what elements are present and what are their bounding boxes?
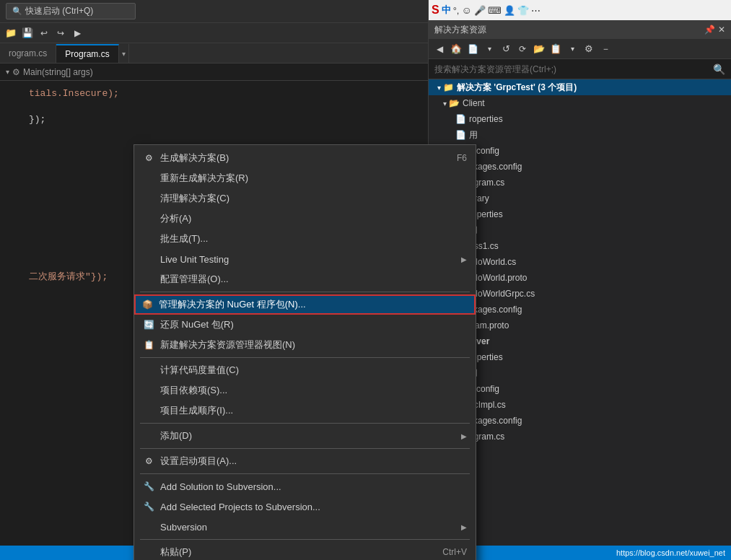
menu-item-project-build-order[interactable]: 项目生成顺序(I)... [134, 401, 476, 421]
quick-launch-box[interactable]: 🔍 快速启动 (Ctrl+Q) [6, 3, 136, 19]
helloworld-proto-label: elloWorld.proto [469, 273, 527, 283]
quick-launch-label: 快速启动 (Ctrl+Q) [25, 5, 93, 17]
menu-item-config-manager[interactable]: 配置管理器(O)... [134, 269, 476, 289]
ime-s-icon[interactable]: S [432, 4, 439, 17]
ime-shirt-icon[interactable]: 👕 [517, 5, 529, 16]
se-toolbar-settings[interactable]: ⚙ [581, 41, 597, 57]
menu-item-add[interactable]: 添加(D) ▶ [134, 426, 476, 446]
breadcrumb-icon: ⚙ [12, 67, 20, 77]
menu-item-subversion[interactable]: Subversion ▶ [134, 517, 476, 537]
ime-user-icon[interactable]: 👤 [504, 5, 515, 16]
menu-item-paste[interactable]: 粘贴(P) Ctrl+V [134, 542, 476, 560]
add-arrow: ▶ [461, 432, 467, 440]
menu-item-rebuild-solution[interactable]: 重新生成解决方案(R) [134, 168, 476, 188]
references-label: 用 [469, 129, 478, 141]
se-toolbar-sync[interactable]: ⟳ [515, 41, 530, 57]
se-toolbar-copy[interactable]: 📋 [548, 41, 564, 57]
code-content: tials.Insecure); [29, 88, 119, 99]
ime-keyboard-icon[interactable]: ⌨ [488, 5, 502, 16]
menu-item-add-to-subversion[interactable]: 🔧 Add Solution to Subversion... [134, 476, 476, 496]
client-icon: 📂 [448, 98, 460, 108]
set-startup-label: 设置启动项目(A)... [160, 455, 467, 468]
menu-item-calculate-metrics[interactable]: 计算代码度量值(C) [134, 360, 476, 380]
client-label: Client [463, 98, 485, 108]
search-icon: 🔍 [12, 6, 22, 16]
menu-item-add-selected-subversion[interactable]: 🔧 Add Selected Projects to Subversion... [134, 496, 476, 517]
menu-item-set-startup[interactable]: ⚙ 设置启动项目(A)... [134, 451, 476, 471]
tree-item-client[interactable]: ▾ 📂 Client [429, 95, 731, 111]
ime-mic-icon[interactable]: 🎤 [474, 5, 486, 16]
solution-label: 解决方案 'GrpcTest' (3 个项目) [457, 82, 577, 94]
menu-item-restore-nuget[interactable]: 🔄 还原 NuGet 包(R) [134, 315, 476, 335]
batch-build-label: 批生成(T)... [160, 232, 467, 245]
menu-item-nuget-manager[interactable]: 📦 管理解决方案的 NuGet 程序包(N)... [134, 294, 476, 315]
se-titlebar: 解决方案资源 📌 ✕ [429, 20, 731, 39]
tree-item-properties[interactable]: 📄 roperties [429, 111, 731, 127]
server-packages-label: ckages.config [469, 416, 522, 426]
restore-nuget-icon: 🔄 [143, 320, 154, 330]
menu-separator-5 [140, 473, 470, 474]
menu-item-batch-build[interactable]: 批生成(T)... [134, 229, 476, 249]
tree-item-references[interactable]: 📄 用 [429, 127, 731, 143]
ime-punctuation-icon[interactable]: °, [453, 5, 460, 16]
project-build-order-label: 项目生成顺序(I)... [160, 404, 467, 417]
toolbar-save-icon[interactable]: 💾 [19, 25, 35, 41]
menu-item-clean-solution[interactable]: 清理解决方案(C) [134, 188, 476, 209]
paste-label: 粘贴(P) [160, 546, 437, 559]
context-menu: ⚙ 生成解决方案(B) F6 重新生成解决方案(R) 清理解决方案(C) 分析(… [133, 144, 476, 560]
toolbar-redo-icon[interactable]: ↪ [53, 25, 69, 41]
se-toolbar-doc[interactable]: 📄 [465, 41, 481, 57]
build-solution-label: 生成解决方案(B) [160, 152, 451, 165]
references-icon: 📄 [455, 130, 466, 140]
tab-program-cs[interactable]: Program.cs [56, 44, 118, 63]
ime-more-icon[interactable]: ⋯ [531, 5, 540, 16]
se-search-input[interactable] [434, 64, 710, 74]
se-toolbar-refresh[interactable]: ↺ [498, 41, 514, 57]
se-title-controls: 📌 ✕ [704, 25, 725, 35]
se-close-button[interactable]: ✕ [718, 25, 725, 35]
tab-rogram[interactable]: rogram.cs [0, 44, 56, 63]
subversion-label: Subversion [160, 522, 455, 533]
se-toolbar-dropdown1[interactable]: ▾ [481, 41, 497, 57]
add-selected-subversion-icon: 🔧 [143, 502, 154, 512]
analyze-label: 分析(A) [160, 212, 467, 225]
se-search-icon[interactable]: 🔍 [713, 64, 725, 75]
packages-config-label: ckages.config [469, 162, 522, 172]
tree-item-solution-root[interactable]: ▾ 📁 解决方案 'GrpcTest' (3 个项目) [429, 79, 731, 95]
ime-zh-icon[interactable]: 中 [442, 4, 451, 17]
ime-emoji-icon[interactable]: ☺ [461, 4, 471, 16]
se-toolbar-minus[interactable]: － [598, 41, 613, 57]
tab-dropdown-button[interactable]: ▾ [119, 44, 129, 63]
menu-item-live-unit-testing[interactable]: Live Unit Testing ▶ [134, 249, 476, 269]
se-toolbar-dropdown2[interactable]: ▾ [564, 41, 580, 57]
toolbar-undo-icon[interactable]: ↩ [36, 25, 52, 41]
editor-toolbar: 📁 💾 ↩ ↪ ▶ [0, 23, 428, 43]
breadcrumb-path: Main(string[] args) [23, 67, 93, 77]
menu-item-new-solution-explorer-view[interactable]: 📋 新建解决方案资源管理器视图(N) [134, 335, 476, 355]
menu-separator-4 [140, 448, 470, 449]
config-manager-label: 配置管理器(O)... [160, 273, 467, 286]
se-toolbar-home[interactable]: 🏠 [448, 41, 464, 57]
toolbar-folder-icon[interactable]: 📁 [3, 25, 19, 41]
project-dependencies-label: 项目依赖项(S)... [160, 384, 467, 397]
add-selected-subversion-label: Add Selected Projects to Subversion... [160, 502, 467, 512]
se-title: 解决方案资源 [434, 24, 486, 36]
rebuild-solution-label: 重新生成解决方案(R) [160, 172, 467, 185]
status-url: https://blog.csdn.net/xuwei_net [616, 548, 725, 557]
restore-nuget-label: 还原 NuGet 包(R) [160, 318, 467, 331]
menu-item-build-solution[interactable]: ⚙ 生成解决方案(B) F6 [134, 148, 476, 168]
menu-item-analyze[interactable]: 分析(A) [134, 209, 476, 229]
ime-toolbar: S 中 °, ☺ 🎤 ⌨ 👤 👕 ⋯ [429, 0, 731, 20]
new-se-view-icon: 📋 [143, 340, 154, 350]
se-pin-button[interactable]: 📌 [704, 25, 715, 35]
helloworldgrpc-label: elloWorldGrpc.cs [469, 289, 535, 299]
se-toolbar-back[interactable]: ◀ [432, 41, 447, 57]
toolbar-debug-icon[interactable]: ▶ [69, 25, 85, 41]
breadcrumb-bar: ▾ ⚙ Main(string[] args) [0, 64, 428, 81]
menu-item-project-dependencies[interactable]: 项目依赖项(S)... [134, 380, 476, 401]
menu-separator-6 [140, 539, 470, 540]
add-label: 添加(D) [160, 429, 455, 442]
build-solution-shortcut: F6 [457, 153, 467, 163]
se-toolbar-files[interactable]: 📂 [531, 41, 547, 57]
breadcrumb-arrow: ▾ [6, 68, 9, 76]
